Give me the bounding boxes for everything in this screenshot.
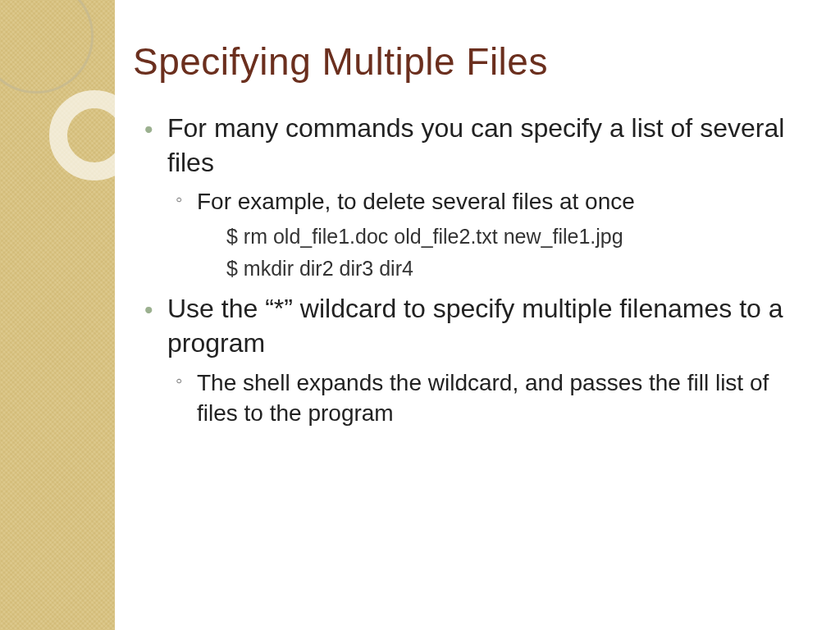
bullet-list: For many commands you can specify a list…: [133, 112, 815, 429]
decorative-sidebar: [0, 0, 115, 630]
sub-bullet-list: The shell expands the wildcard, and pass…: [167, 368, 815, 430]
slide-title: Specifying Multiple Files: [133, 39, 815, 84]
command-line: $ mkdir dir2 dir3 dir4: [226, 253, 815, 285]
bullet-text: For many commands you can specify a list…: [167, 113, 784, 177]
slide-content: Specifying Multiple Files For many comma…: [133, 39, 815, 437]
command-block: $ rm old_file1.doc old_file2.txt new_fil…: [197, 221, 815, 285]
sub-bullet-item: For example, to delete several files at …: [197, 186, 815, 284]
sub-bullet-item: The shell expands the wildcard, and pass…: [197, 368, 815, 430]
bullet-item: Use the “*” wildcard to specify multiple…: [167, 292, 815, 429]
bullet-item: For many commands you can specify a list…: [167, 112, 815, 284]
bullet-text: Use the “*” wildcard to specify multiple…: [167, 294, 783, 358]
decorative-circle-ring: [49, 90, 139, 180]
sub-bullet-text: For example, to delete several files at …: [197, 189, 635, 214]
sub-bullet-text: The shell expands the wildcard, and pass…: [197, 370, 769, 427]
decorative-circle-outline: [0, 0, 94, 94]
sub-bullet-list: For example, to delete several files at …: [167, 186, 815, 284]
command-line: $ rm old_file1.doc old_file2.txt new_fil…: [226, 221, 815, 253]
